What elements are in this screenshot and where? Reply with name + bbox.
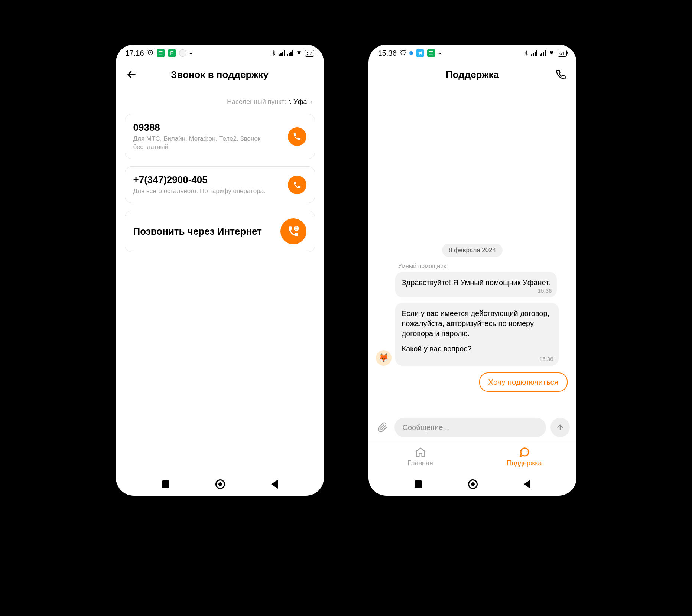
internet-call-button[interactable] xyxy=(280,218,306,244)
message-time: 15:36 xyxy=(539,355,553,363)
nav-home-button[interactable] xyxy=(468,479,478,489)
tab-home[interactable]: Главная xyxy=(368,441,472,473)
tab-label: Главная xyxy=(407,459,433,467)
status-bar: 15:36 ☰ ·· 61 xyxy=(368,45,576,62)
signal-icon xyxy=(279,50,285,56)
phone-number: 09388 xyxy=(133,122,283,133)
status-bar: 17:16 ☰ F ·· 52 xyxy=(116,45,324,62)
status-more-icon: ·· xyxy=(438,49,441,58)
status-app-icon: ☰ xyxy=(427,49,435,57)
nav-back-button[interactable] xyxy=(524,480,530,489)
status-time: 17:16 xyxy=(126,49,144,58)
message-input[interactable]: Сообщение... xyxy=(394,418,546,437)
status-app-icon: F xyxy=(168,49,176,57)
message-text: Если у вас имеется действующий договор, … xyxy=(402,309,552,339)
app-bar: Звонок в поддержку xyxy=(116,62,324,88)
nav-recent-button[interactable] xyxy=(415,480,422,488)
nav-home-button[interactable] xyxy=(215,479,225,489)
bot-avatar: 🦊 xyxy=(376,350,392,366)
phone-support-chat: 15:36 ☰ ·· 61 Поддержка 8 февраля 2024 У… xyxy=(368,45,576,496)
phone-call-support: 17:16 ☰ F ·· 52 Звонок в поддержку Насел… xyxy=(116,45,324,496)
phone-subtitle: Для всего остального. По тарифу оператор… xyxy=(133,187,283,195)
wifi-icon xyxy=(548,50,555,56)
tab-support[interactable]: Поддержка xyxy=(472,441,576,473)
sender-name: Умный помощник xyxy=(398,263,569,270)
tab-label: Поддержка xyxy=(507,459,542,467)
locality-city: г. Уфа xyxy=(288,98,307,105)
locality-selector[interactable]: Населенный пункт: г. Уфа › xyxy=(116,88,324,114)
message-row: 🦊 Если у вас имеется действующий договор… xyxy=(376,303,569,366)
phone-number: +7(347)2900-405 xyxy=(133,174,283,186)
app-bar: Поддержка xyxy=(368,62,576,88)
alarm-icon xyxy=(400,49,406,58)
page-title: Поддержка xyxy=(368,69,576,81)
chat-area: 8 февраля 2024 Умный помощник 🦊 Здравств… xyxy=(368,88,576,416)
page-title: Звонок в поддержку xyxy=(116,69,324,81)
date-separator: 8 февраля 2024 xyxy=(442,244,503,257)
status-more-icon: ·· xyxy=(189,49,192,58)
android-nav-bar xyxy=(116,473,324,496)
alarm-icon xyxy=(147,49,154,58)
message-composer: Сообщение... xyxy=(368,416,576,441)
internet-call-card[interactable]: Позвонить через Интернет xyxy=(125,211,315,252)
input-placeholder: Сообщение... xyxy=(403,423,449,432)
attach-button[interactable] xyxy=(375,420,390,435)
chevron-right-icon: › xyxy=(311,98,313,105)
signal-icon xyxy=(531,50,537,56)
send-button[interactable] xyxy=(550,418,570,437)
message-bubble: Здравствуйте! Я Умный помощник Уфанет. 1… xyxy=(395,272,557,297)
status-notification-dot xyxy=(409,51,413,55)
status-app-icon xyxy=(179,49,186,57)
call-button[interactable] xyxy=(288,127,306,146)
status-app-icon xyxy=(416,49,424,57)
quick-reply-button[interactable]: Хочу подключиться xyxy=(479,372,567,392)
message-row: 🦊 Здравствуйте! Я Умный помощник Уфанет.… xyxy=(376,272,569,297)
message-text: Здравствуйте! Я Умный помощник Уфанет. xyxy=(402,278,550,287)
wifi-icon xyxy=(295,50,303,56)
bluetooth-icon xyxy=(271,50,276,56)
status-app-icon: ☰ xyxy=(157,49,165,57)
message-bubble: Если у вас имеется действующий договор, … xyxy=(395,303,559,366)
android-nav-bar xyxy=(368,473,576,496)
signal-icon xyxy=(540,50,546,56)
nav-back-button[interactable] xyxy=(271,480,278,489)
internet-call-label: Позвонить через Интернет xyxy=(133,225,275,238)
phone-card-full[interactable]: +7(347)2900-405 Для всего остального. По… xyxy=(125,166,315,203)
call-button[interactable] xyxy=(288,176,306,194)
bottom-tab-bar: Главная Поддержка xyxy=(368,441,576,473)
battery-indicator: 61 xyxy=(558,50,566,57)
phone-card-short[interactable]: 09388 Для МТС, Билайн, Мегафон, Теле2. З… xyxy=(125,114,315,159)
message-text: Какой у вас вопрос? xyxy=(402,344,552,354)
signal-icon xyxy=(287,50,293,56)
message-time: 15:36 xyxy=(538,287,552,294)
battery-indicator: 52 xyxy=(305,50,314,57)
locality-label: Населенный пункт: xyxy=(227,98,286,105)
status-time: 15:36 xyxy=(378,49,397,58)
bluetooth-icon xyxy=(524,50,529,56)
nav-recent-button[interactable] xyxy=(162,480,169,488)
phone-subtitle: Для МТС, Билайн, Мегафон, Теле2. Звонок … xyxy=(133,135,283,151)
